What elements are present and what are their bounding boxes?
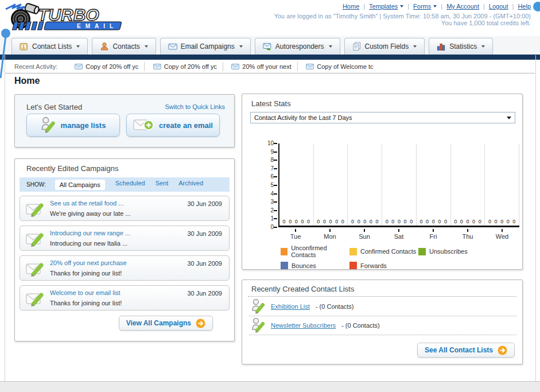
credits-info: You have 1,000 total credits left.	[441, 20, 531, 26]
y-axis-tick-mark	[274, 152, 277, 153]
y-axis-tick-label: 7	[262, 165, 274, 172]
campaign-filter[interactable]: Archived	[178, 180, 203, 190]
x-axis-label: Tue	[278, 233, 313, 240]
arrow-right-icon	[196, 319, 205, 328]
tab-custom-fields[interactable]: Custom Fields	[344, 38, 425, 55]
see-all-contact-lists-button[interactable]: See All Contact Lists	[417, 343, 515, 358]
latest-stats-panel: Latest Stats Contact Activity for the La…	[242, 94, 523, 270]
recent-activity-item[interactable]: Copy of 20% off yc	[147, 62, 223, 71]
campaign-filter[interactable]: All Campaigns	[55, 180, 105, 190]
recent-activity-label: Recent Activity:	[14, 63, 57, 70]
show-label: SHOW:	[26, 181, 46, 188]
stats-report-dropdown[interactable]: Contact Activity for the Last 7 Days	[250, 112, 515, 123]
tab-contacts[interactable]: Contacts	[92, 38, 156, 55]
annotation-pin-icon	[0, 26, 13, 80]
data-value-label: 0	[495, 219, 498, 224]
manage-lists-label: manage lists	[61, 121, 106, 130]
header-nav-link-label: My Account	[446, 3, 479, 10]
campaign-filter[interactable]: Scheduled	[115, 180, 145, 190]
campaign-title-link[interactable]: Introducing our new range ...	[50, 230, 130, 236]
data-value-label: 0	[301, 219, 304, 224]
header-nav-item[interactable]: Templates	[369, 3, 413, 10]
view-all-campaigns-button[interactable]: View All Campaigns	[119, 316, 213, 331]
data-value-labels: 00000	[382, 219, 416, 224]
x-axis-label: Wed	[485, 233, 519, 240]
data-value-labels: 00000	[485, 219, 519, 224]
data-value-label: 0	[289, 219, 292, 224]
data-value-label: 0	[398, 219, 401, 224]
campaign-title-link[interactable]: 20% off your next purchase	[50, 259, 127, 266]
campaign-subject: We're giving away our late ...	[50, 210, 131, 217]
data-value-labels: 00000	[451, 219, 485, 224]
campaign-date: 30 Jun 2009	[187, 200, 222, 207]
tab-label: Contacts	[112, 42, 139, 51]
custom-fields-icon	[352, 42, 362, 51]
header-nav-item[interactable]: Home	[343, 3, 369, 10]
tab-autoresponders[interactable]: Autoresponders	[255, 38, 340, 55]
tab-contact-lists[interactable]: Contact Lists	[11, 38, 88, 55]
campaign-filter-bar: SHOW: All Campaigns Scheduled Sent Archi…	[20, 177, 230, 192]
data-value-label: 0	[460, 219, 463, 224]
contact-lists-panel-title: Recently Created Contact Lists	[251, 285, 354, 293]
arrow-right-icon	[498, 346, 507, 355]
contact-list-count: - (0 Contacts)	[316, 303, 354, 310]
campaign-list-item[interactable]: See us at the retail food ... We're givi…	[20, 196, 230, 221]
x-axis-tick-mark	[295, 229, 296, 232]
tab-statistics[interactable]: Statistics	[429, 38, 493, 55]
manage-lists-button[interactable]: manage lists	[26, 114, 120, 137]
contact-list-item[interactable]: Exhibition List - (0 Contacts)	[249, 297, 516, 316]
legend-label: Unconfirmed Contacts	[291, 244, 349, 258]
recent-activity-item[interactable]: Copy of Welcome tc	[300, 62, 379, 71]
campaign-list-item[interactable]: Introducing our new range ... Introducin…	[20, 226, 230, 251]
contact-list-link[interactable]: Newsletter Subscribers	[271, 322, 336, 329]
data-value-label: 0	[488, 219, 491, 224]
campaign-subject: Introducing our new Italia ...	[50, 240, 127, 247]
data-value-label: 0	[444, 219, 447, 224]
get-started-title: Let's Get Started	[26, 103, 82, 111]
y-axis-tick-mark	[274, 193, 277, 195]
switch-to-quick-links[interactable]: Switch to Quick Links	[165, 103, 225, 110]
y-axis-tick-mark	[274, 143, 277, 144]
chart-day-group: 00000	[314, 143, 348, 226]
create-email-button[interactable]: create an email	[126, 114, 220, 137]
campaign-title-link[interactable]: See us at the retail food ...	[50, 200, 131, 207]
chart-day-group: 00000	[279, 143, 314, 226]
contact-list-item[interactable]: Newsletter Subscribers - (0 Contacts)	[249, 316, 516, 335]
data-value-label: 0	[375, 219, 378, 224]
data-value-label: 0	[419, 219, 422, 224]
see-all-contact-lists-label: See All Contact Lists	[425, 346, 493, 354]
legend-swatch	[281, 262, 288, 269]
header-nav-item[interactable]: Help	[518, 3, 531, 10]
header-nav-item[interactable]: Forms	[413, 3, 446, 10]
campaign-subject: Thanks for joining our list!	[50, 270, 122, 277]
data-value-label: 0	[466, 219, 469, 224]
campaign-title-link[interactable]: Welcome to our email list	[50, 289, 122, 296]
x-axis-cell: Mon	[313, 229, 347, 240]
tab-email-campaigns[interactable]: Email Campaigns	[160, 38, 251, 55]
campaign-list-item[interactable]: 20% off your next purchase Thanks for jo…	[20, 255, 230, 281]
header-nav-link-label: Home	[343, 3, 359, 10]
recent-activity-bar: Recent Activity: Copy of 20% off yc Copy…	[5, 60, 535, 73]
y-axis-tick-mark	[274, 227, 277, 228]
campaign-filter[interactable]: Sent	[156, 180, 169, 190]
legend-swatch	[349, 248, 357, 255]
data-value-label: 0	[307, 219, 310, 224]
x-axis-tick-mark	[502, 229, 503, 232]
campaign-list: See us at the retail food ... We're givi…	[20, 196, 230, 315]
recent-activity-item[interactable]: Copy of 20% off yc	[69, 62, 145, 71]
header-nav-item[interactable]: My Account	[446, 3, 489, 10]
header-nav: Home Templates Forms My Account Logout H…	[343, 3, 531, 10]
recent-activity-item[interactable]: 20% off your next	[226, 62, 297, 71]
legend-swatch	[281, 248, 288, 255]
data-value-label: 0	[454, 219, 457, 224]
data-value-label: 0	[283, 219, 286, 224]
data-value-label: 0	[295, 219, 298, 224]
edit-campaign-icon	[26, 260, 45, 277]
campaign-date: 30 Jun 2009	[187, 290, 222, 297]
contact-list-link[interactable]: Exhibition List	[271, 303, 310, 310]
y-axis-tick-label: 8	[262, 157, 274, 163]
header-nav-item[interactable]: Logout	[489, 3, 518, 10]
campaign-list-item[interactable]: Welcome to our email list Thanks for joi…	[20, 285, 230, 311]
chevron-down-icon	[433, 5, 437, 7]
data-value-label: 0	[404, 219, 407, 224]
